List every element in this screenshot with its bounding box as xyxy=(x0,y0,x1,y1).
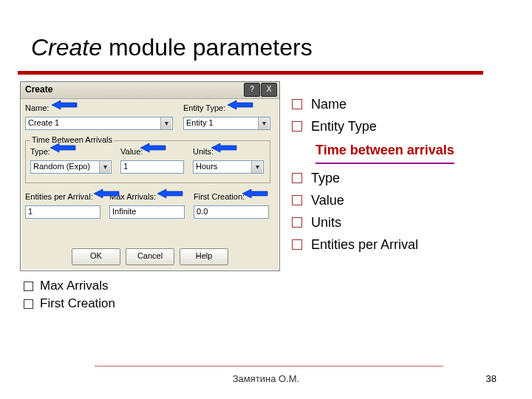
name-label: Name: xyxy=(25,103,49,112)
max-arrivals-field[interactable]: Infinite xyxy=(109,205,185,219)
close-window-button[interactable]: X xyxy=(261,83,277,97)
bullet-box-icon xyxy=(24,282,33,291)
bullet-list-right: Name Entity Type Time between arrivals T… xyxy=(292,93,454,256)
bullet-item: Type xyxy=(292,167,454,189)
first-creation-field[interactable]: 0.0 xyxy=(194,205,269,219)
ok-button[interactable]: OK xyxy=(72,248,120,265)
slide-title: Create module parameters xyxy=(31,34,313,61)
bullet-box-icon xyxy=(292,121,302,132)
create-dialog: Create ? X Name: Create 1 Entity Type: E… xyxy=(20,81,280,271)
time-between-group: Time Between Arrivals Type: Random (Expo… xyxy=(25,140,270,183)
bullet-item: Max Arrivals xyxy=(24,277,115,295)
name-field[interactable]: Create 1 xyxy=(25,117,173,130)
bullet-item: Units xyxy=(292,211,454,233)
type-field[interactable]: Random (Expo) xyxy=(30,160,112,174)
units-field[interactable]: Hours xyxy=(193,160,264,174)
window-buttons: ? X xyxy=(243,83,277,97)
bullet-item: Entities per Arrival xyxy=(292,233,454,256)
dialog-title: Create xyxy=(25,84,52,95)
bullet-item: Entity Type xyxy=(292,115,454,137)
type-label: Type: xyxy=(30,147,50,156)
entities-per-field[interactable]: 1 xyxy=(25,205,100,219)
entity-type-field[interactable]: Entity 1 xyxy=(183,117,270,130)
value-label: Value: xyxy=(120,147,143,156)
bullet-box-icon xyxy=(292,217,302,228)
entity-type-label: Entity Type: xyxy=(183,103,225,112)
first-creation-label: First Creation: xyxy=(194,192,245,201)
value-field[interactable]: 1 xyxy=(120,160,184,174)
bullet-list-below: Max Arrivals First Creation xyxy=(24,277,115,313)
help-window-button[interactable]: ? xyxy=(244,83,260,97)
bullet-item: Name xyxy=(292,93,454,115)
dialog-button-row: OK Cancel Help xyxy=(21,248,279,265)
group-title: Time Between Arrivals xyxy=(30,135,114,144)
max-arrivals-label: Max Arrivals: xyxy=(109,192,156,201)
bullet-sub-heading: Time between arrivals xyxy=(292,139,454,164)
bullet-box-icon xyxy=(292,195,302,205)
bullet-box-icon xyxy=(292,99,302,109)
entities-per-label: Entities per Arrival: xyxy=(25,192,93,201)
footer-author: Замятина О.М. xyxy=(0,373,532,384)
bullet-box-icon xyxy=(24,299,33,309)
bullet-box-icon xyxy=(292,173,302,183)
dialog-titlebar: Create ? X xyxy=(21,82,279,99)
page-number: 38 xyxy=(486,373,497,384)
cancel-button[interactable]: Cancel xyxy=(126,248,174,265)
dialog-body: Name: Create 1 Entity Type: Entity 1 Tim… xyxy=(21,99,279,108)
bullet-box-icon xyxy=(292,239,302,250)
bullet-item: First Creation xyxy=(24,295,115,313)
units-label: Units: xyxy=(193,147,214,156)
help-button[interactable]: Help xyxy=(180,248,228,265)
bullet-item: Value xyxy=(292,189,454,211)
title-underline xyxy=(18,71,483,75)
footer-rule xyxy=(95,366,443,366)
